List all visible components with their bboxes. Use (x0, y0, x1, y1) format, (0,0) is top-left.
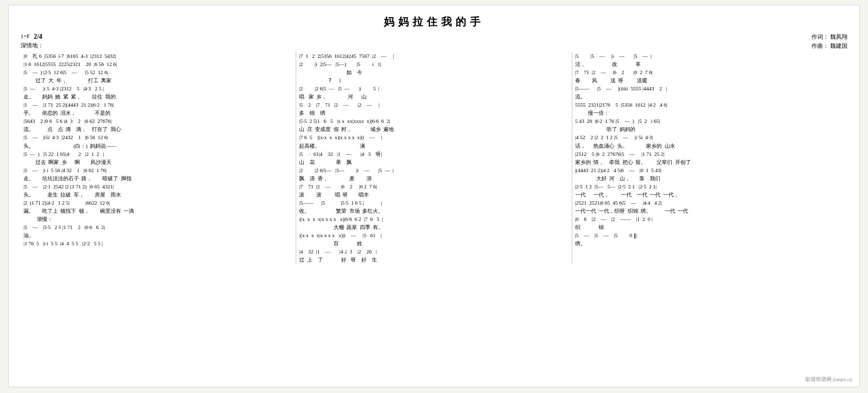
composer-name: 魏建国 (830, 43, 847, 49)
col3-content: |5 |5 — |i — |5 — | 活， 改 革 |7 71 |2 — |6… (575, 52, 845, 248)
meta-row: 1=F 2/4 深情地： 作词： 魏凤翔 作曲： 魏建国 (21, 33, 847, 50)
column-2: |7 1 2 2|5356 1612|4245 7567 |2 — | |2 |… (296, 52, 572, 264)
meta-right: 作词： 魏凤翔 作曲： 魏建国 (812, 33, 847, 50)
mood-label: 深情地： (21, 42, 44, 50)
col1-content: |0 扎 6 |5356 i·7 |6165 4-3 |2312 5432| |… (23, 52, 293, 248)
col2-content: |7 1 2 2|5356 1612|4245 7567 |2 — | |2 |… (299, 52, 568, 264)
meta-left: 1=F 2/4 深情地： (21, 33, 44, 50)
lyricist-name: 魏凤翔 (830, 33, 847, 40)
sheet-music-page: 妈妈拉住我的手 1=F 2/4 深情地： 作词： 魏凤翔 作曲： 魏建国 |0 … (8, 5, 860, 387)
time-signature: 2/4 (33, 33, 42, 41)
song-title: 妈妈拉住我的手 (21, 15, 847, 29)
lyricist-label: 作词： (812, 33, 829, 40)
watermark: 歌谱简谱网 jianpu.cn (805, 376, 852, 383)
lyricist-info: 作词： 魏凤翔 (812, 33, 847, 41)
column-1: |0 扎 6 |5356 i·7 |6165 4-3 |2312 5432| |… (21, 52, 296, 264)
title-section: 妈妈拉住我的手 (21, 15, 847, 29)
composer-info: 作曲： 魏建国 (812, 42, 847, 50)
key-label: 1=F (21, 33, 30, 41)
key-time: 1=F 2/4 (21, 33, 44, 41)
music-body: |0 扎 6 |5356 i·7 |6165 4-3 |2312 5432| |… (21, 52, 847, 264)
column-3: |5 |5 — |i — |5 — | 活， 改 革 |7 71 |2 — |6… (572, 52, 847, 264)
composer-label: 作曲： (812, 43, 829, 49)
